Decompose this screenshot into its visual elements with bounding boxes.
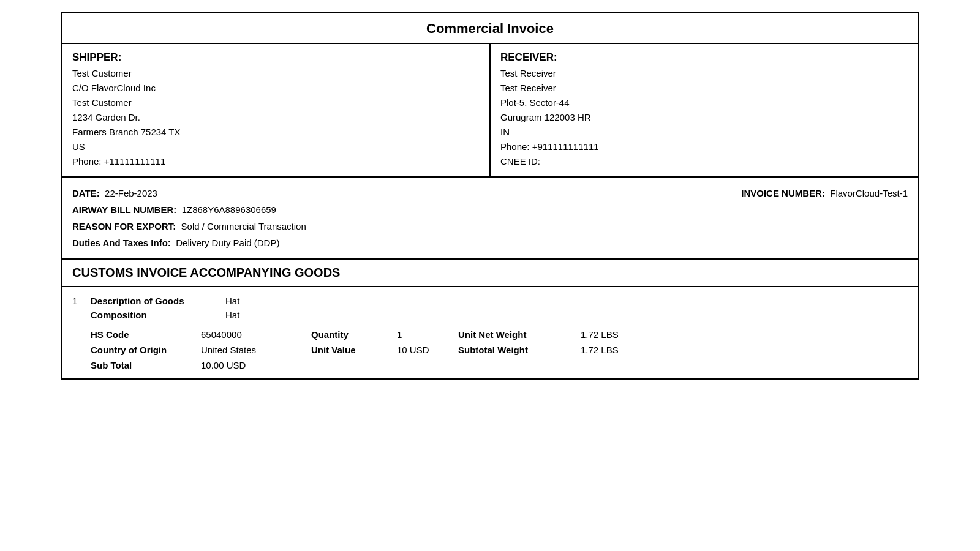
invoice-number-label: INVOICE NUMBER:: [741, 188, 825, 198]
unit-value-value: 10 USD: [397, 345, 458, 355]
quantity-value: 1: [397, 329, 458, 340]
unit-net-weight-value: 1.72 LBS: [581, 329, 654, 340]
composition-value: Hat: [225, 309, 908, 323]
duties-row: Duties And Taxes Info: Delivery Duty Pai…: [72, 234, 908, 251]
customs-header-section: CUSTOMS INVOICE ACCOMPANYING GOODS: [62, 260, 918, 287]
receiver-line-2: Test Receiver: [500, 81, 908, 96]
goods-item-description-block: Description of Goods Composition: [91, 294, 225, 322]
quantity-label: Quantity: [311, 329, 397, 340]
date-value: 22-Feb-2023: [105, 188, 157, 198]
invoice-title: Commercial Invoice: [62, 13, 918, 44]
unit-value-label: Unit Value: [311, 345, 397, 355]
receiver-line-4: Gurugram 122003 HR: [500, 110, 908, 125]
hs-code-label: HS Code: [91, 329, 201, 340]
goods-item-value-block: Hat Hat: [225, 294, 908, 322]
airway-bill-row: AIRWAY BILL NUMBER: 1Z868Y6A8896306659: [72, 201, 908, 218]
subtotal-weight-value: 1.72 LBS: [581, 345, 654, 355]
shipper-receiver-section: SHIPPER: Test Customer C/O FlavorCloud I…: [62, 44, 918, 178]
reason-row: REASON FOR EXPORT: Sold / Commercial Tra…: [72, 218, 908, 234]
shipper-label: SHIPPER:: [72, 51, 480, 64]
shipper-line-2: C/O FlavorCloud Inc: [72, 81, 480, 96]
subtotal-weight-label: Subtotal Weight: [458, 345, 581, 355]
invoice-title-text: Commercial Invoice: [426, 21, 554, 36]
airway-bill-label: AIRWAY BILL NUMBER:: [72, 204, 176, 215]
duties-label: Duties And Taxes Info:: [72, 238, 171, 248]
date-label: DATE:: [72, 188, 100, 198]
invoice-meta-section: DATE: 22-Feb-2023 INVOICE NUMBER: Flavor…: [62, 178, 918, 260]
customs-header-title: CUSTOMS INVOICE ACCOMPANYING GOODS: [72, 266, 908, 280]
composition-label: Composition: [91, 309, 225, 323]
invoice-number-field: INVOICE NUMBER: FlavorCloud-Test-1: [741, 185, 908, 201]
receiver-line-5: IN: [500, 125, 908, 140]
shipper-line-5: Farmers Branch 75234 TX: [72, 125, 480, 140]
receiver-line-3: Plot-5, Sector-44: [500, 96, 908, 110]
reason-label: REASON FOR EXPORT:: [72, 221, 176, 231]
goods-details-grid: HS Code 65040000 Quantity 1 Unit Net Wei…: [91, 329, 908, 370]
goods-table-section: 1 Description of Goods Composition Hat H…: [62, 287, 918, 378]
shipper-column: SHIPPER: Test Customer C/O FlavorCloud I…: [62, 44, 491, 176]
receiver-line-1: Test Receiver: [500, 66, 908, 81]
invoice-container: Commercial Invoice SHIPPER: Test Custome…: [61, 12, 919, 380]
country-of-origin-value: United States: [201, 345, 311, 355]
reason-value: Sold / Commercial Transaction: [181, 221, 306, 231]
shipper-line-3: Test Customer: [72, 96, 480, 110]
country-of-origin-label: Country of Origin: [91, 345, 201, 355]
receiver-label: RECEIVER:: [500, 51, 908, 64]
description-label: Description of Goods: [91, 294, 225, 309]
invoice-number-value: FlavorCloud-Test-1: [830, 188, 908, 198]
shipper-line-1: Test Customer: [72, 66, 480, 81]
unit-net-weight-label: Unit Net Weight: [458, 329, 581, 340]
date-field: DATE: 22-Feb-2023: [72, 185, 157, 201]
hs-code-value: 65040000: [201, 329, 311, 340]
receiver-line-6: Phone: +911111111111: [500, 140, 908, 154]
duties-value: Delivery Duty Paid (DDP): [176, 238, 279, 248]
receiver-line-7: CNEE ID:: [500, 154, 908, 169]
meta-top-row: DATE: 22-Feb-2023 INVOICE NUMBER: Flavor…: [72, 185, 908, 201]
goods-item-number: 1: [72, 294, 91, 306]
shipper-line-4: 1234 Garden Dr.: [72, 110, 480, 125]
description-value: Hat: [225, 294, 908, 309]
receiver-column: RECEIVER: Test Receiver Test Receiver Pl…: [491, 44, 918, 176]
sub-total-value: 10.00 USD: [201, 360, 311, 370]
sub-total-label: Sub Total: [91, 360, 201, 370]
airway-bill-value: 1Z868Y6A8896306659: [182, 204, 276, 215]
goods-item-row: 1 Description of Goods Composition Hat H…: [72, 294, 908, 322]
shipper-line-7: Phone: +11111111111: [72, 154, 480, 169]
shipper-line-6: US: [72, 140, 480, 154]
